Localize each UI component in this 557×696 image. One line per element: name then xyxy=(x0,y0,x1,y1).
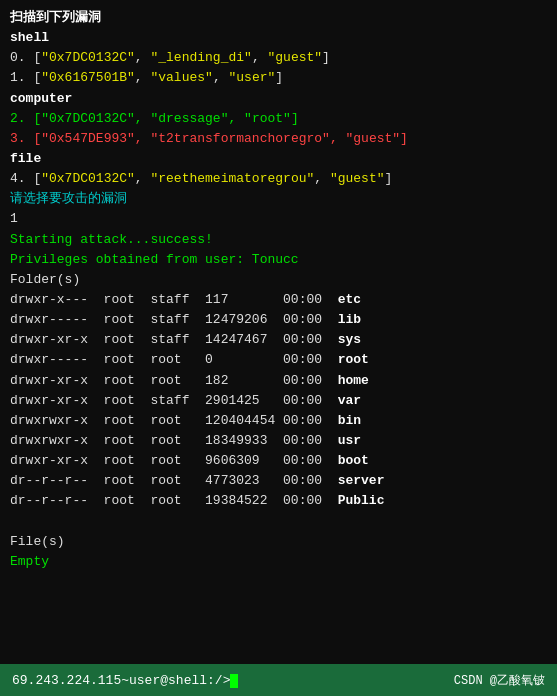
folder-row-var: drwxr-xr-x root staff 2901425 00:00 var xyxy=(10,391,547,411)
status-bar: 69.243.224.115~user@shell:/> CSDN @乙酸氧铍 xyxy=(0,664,557,696)
files-label: File(s) xyxy=(10,532,547,552)
computer-item-3: 3. ["0x547DE993", "t2transformanchoregro… xyxy=(10,129,547,149)
shell-item-0: 0. ["0x7DC0132C", "_lending_di", "guest"… xyxy=(10,48,547,68)
scan-title: 扫描到下列漏洞 xyxy=(10,8,547,28)
computer-item-2: 2. ["0x7DC0132C", "dressage", "root"] xyxy=(10,109,547,129)
section-file-label: file xyxy=(10,149,547,169)
folder-row-boot: drwxr-xr-x root root 9606309 00:00 boot xyxy=(10,451,547,471)
folder-row-home: drwxr-xr-x root root 182 00:00 home xyxy=(10,371,547,391)
attack-status: Starting attack...success! xyxy=(10,230,547,250)
folder-row-usr: drwxrwxr-x root root 18349933 00:00 usr xyxy=(10,431,547,451)
folder-row-etc: drwxr-x--- root staff 117 00:00 etc xyxy=(10,290,547,310)
user-input: 1 xyxy=(10,209,547,229)
section-shell-label: shell xyxy=(10,28,547,48)
folder-row-lib: drwxr----- root staff 12479206 00:00 lib xyxy=(10,310,547,330)
folder-row-sys: drwxr-xr-x root staff 14247467 00:00 sys xyxy=(10,330,547,350)
watermark: CSDN @乙酸氧铍 xyxy=(454,672,545,689)
cursor-blink xyxy=(230,674,238,688)
folder-row-server: dr--r--r-- root root 4773023 00:00 serve… xyxy=(10,471,547,491)
folder-row-public: dr--r--r-- root root 19384522 00:00 Publ… xyxy=(10,491,547,511)
attack-prompt: 请选择要攻击的漏洞 xyxy=(10,189,547,209)
section-computer-label: computer xyxy=(10,89,547,109)
folder-row-bin: drwxrwxr-x root root 120404454 00:00 bin xyxy=(10,411,547,431)
files-empty: Empty xyxy=(10,552,547,572)
file-item-4: 4. ["0x7DC0132C", "reethemeimatoregrou",… xyxy=(10,169,547,189)
shell-item-1: 1. ["0x6167501B", "values", "user"] xyxy=(10,68,547,88)
folder-row-root: drwxr----- root root 0 00:00 root xyxy=(10,350,547,370)
terminal: 扫描到下列漏洞 shell 0. ["0x7DC0132C", "_lendin… xyxy=(0,0,557,696)
folders-label: Folder(s) xyxy=(10,270,547,290)
shell-path: 69.243.224.115~user@shell:/> xyxy=(12,673,238,688)
blank-line xyxy=(10,512,547,532)
privileges-info: Privileges obtained from user: Tonucc xyxy=(10,250,547,270)
